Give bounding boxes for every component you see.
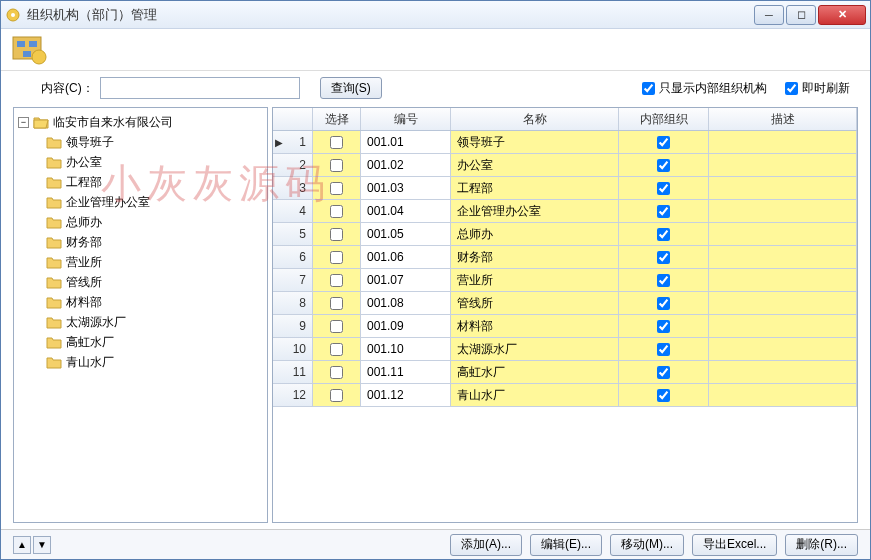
row-org-cell[interactable] — [619, 384, 709, 406]
move-button[interactable]: 移动(M)... — [610, 534, 684, 556]
row-select-checkbox[interactable] — [330, 159, 343, 172]
row-select-checkbox[interactable] — [330, 366, 343, 379]
minimize-button[interactable]: ─ — [754, 5, 784, 25]
row-select-cell[interactable] — [313, 177, 361, 199]
only-internal-checkbox[interactable] — [642, 82, 655, 95]
row-org-checkbox[interactable] — [657, 366, 670, 379]
tree-child-node[interactable]: 企业管理办公室 — [46, 192, 265, 212]
row-org-checkbox[interactable] — [657, 389, 670, 402]
row-org-cell[interactable] — [619, 361, 709, 383]
close-button[interactable]: ✕ — [818, 5, 866, 25]
row-org-cell[interactable] — [619, 177, 709, 199]
row-org-checkbox[interactable] — [657, 320, 670, 333]
row-select-checkbox[interactable] — [330, 320, 343, 333]
row-select-cell[interactable] — [313, 246, 361, 268]
row-select-checkbox[interactable] — [330, 297, 343, 310]
row-org-checkbox[interactable] — [657, 228, 670, 241]
scroll-up-button[interactable]: ▲ — [13, 536, 31, 554]
tree-child-node[interactable]: 营业所 — [46, 252, 265, 272]
table-row[interactable]: 6001.06财务部 — [273, 246, 857, 269]
row-select-checkbox[interactable] — [330, 182, 343, 195]
tree-collapse-icon[interactable]: − — [18, 117, 29, 128]
row-org-checkbox[interactable] — [657, 343, 670, 356]
add-button[interactable]: 添加(A)... — [450, 534, 522, 556]
tree-child-node[interactable]: 总师办 — [46, 212, 265, 232]
row-select-checkbox[interactable] — [330, 389, 343, 402]
tree-panel[interactable]: − 临安市自来水有限公司 领导班子办公室工程部企业管理办公室总师办财务部营业所管… — [13, 107, 268, 523]
table-row[interactable]: 12001.12青山水厂 — [273, 384, 857, 407]
grid-header-id[interactable]: 编号 — [361, 108, 451, 130]
row-org-checkbox[interactable] — [657, 136, 670, 149]
tree-child-label: 高虹水厂 — [66, 334, 114, 351]
tree-child-node[interactable]: 太湖源水厂 — [46, 312, 265, 332]
table-row[interactable]: 9001.09材料部 — [273, 315, 857, 338]
tree-child-node[interactable]: 青山水厂 — [46, 352, 265, 372]
row-org-checkbox[interactable] — [657, 297, 670, 310]
tree-child-node[interactable]: 高虹水厂 — [46, 332, 265, 352]
maximize-button[interactable]: ◻ — [786, 5, 816, 25]
table-row[interactable]: 4001.04企业管理办公室 — [273, 200, 857, 223]
row-org-checkbox[interactable] — [657, 182, 670, 195]
row-select-cell[interactable] — [313, 384, 361, 406]
grid-header-desc[interactable]: 描述 — [709, 108, 857, 130]
row-org-cell[interactable] — [619, 315, 709, 337]
grid-header-name[interactable]: 名称 — [451, 108, 619, 130]
only-internal-checkbox-label[interactable]: 只显示内部组织机构 — [642, 80, 767, 97]
row-org-cell[interactable] — [619, 246, 709, 268]
row-select-cell[interactable] — [313, 131, 361, 153]
grid-body[interactable]: ▶1001.01领导班子2001.02办公室3001.03工程部4001.04企… — [273, 131, 857, 407]
row-org-checkbox[interactable] — [657, 159, 670, 172]
row-org-cell[interactable] — [619, 269, 709, 291]
tree-child-node[interactable]: 材料部 — [46, 292, 265, 312]
row-org-checkbox[interactable] — [657, 274, 670, 287]
table-row[interactable]: 10001.10太湖源水厂 — [273, 338, 857, 361]
row-org-cell[interactable] — [619, 223, 709, 245]
row-org-cell[interactable] — [619, 131, 709, 153]
query-button[interactable]: 查询(S) — [320, 77, 382, 99]
tree-child-node[interactable]: 领导班子 — [46, 132, 265, 152]
row-select-checkbox[interactable] — [330, 251, 343, 264]
row-select-checkbox[interactable] — [330, 136, 343, 149]
table-row[interactable]: 2001.02办公室 — [273, 154, 857, 177]
row-org-checkbox[interactable] — [657, 205, 670, 218]
tree-root-node[interactable]: − 临安市自来水有限公司 — [16, 112, 265, 132]
refresh-checkbox[interactable] — [785, 82, 798, 95]
scroll-down-button[interactable]: ▼ — [33, 536, 51, 554]
row-select-checkbox[interactable] — [330, 274, 343, 287]
table-row[interactable]: 11001.11高虹水厂 — [273, 361, 857, 384]
row-select-cell[interactable] — [313, 361, 361, 383]
row-org-checkbox[interactable] — [657, 251, 670, 264]
row-org-cell[interactable] — [619, 338, 709, 360]
svg-rect-5 — [23, 51, 31, 57]
tree-child-node[interactable]: 管线所 — [46, 272, 265, 292]
tree-child-node[interactable]: 工程部 — [46, 172, 265, 192]
row-select-cell[interactable] — [313, 315, 361, 337]
tree-child-node[interactable]: 财务部 — [46, 232, 265, 252]
row-select-checkbox[interactable] — [330, 343, 343, 356]
table-row[interactable]: 3001.03工程部 — [273, 177, 857, 200]
row-org-cell[interactable] — [619, 154, 709, 176]
row-select-cell[interactable] — [313, 154, 361, 176]
row-select-cell[interactable] — [313, 269, 361, 291]
table-row[interactable]: 5001.05总师办 — [273, 223, 857, 246]
export-button[interactable]: 导出Excel... — [692, 534, 777, 556]
folder-icon — [46, 355, 62, 369]
row-select-cell[interactable] — [313, 338, 361, 360]
table-row[interactable]: 7001.07营业所 — [273, 269, 857, 292]
grid-header-org[interactable]: 内部组织 — [619, 108, 709, 130]
edit-button[interactable]: 编辑(E)... — [530, 534, 602, 556]
search-input[interactable] — [100, 77, 300, 99]
row-org-cell[interactable] — [619, 200, 709, 222]
row-select-cell[interactable] — [313, 223, 361, 245]
row-select-checkbox[interactable] — [330, 205, 343, 218]
row-org-cell[interactable] — [619, 292, 709, 314]
row-select-checkbox[interactable] — [330, 228, 343, 241]
tree-child-node[interactable]: 办公室 — [46, 152, 265, 172]
row-select-cell[interactable] — [313, 200, 361, 222]
delete-button[interactable]: 删除(R)... — [785, 534, 858, 556]
row-select-cell[interactable] — [313, 292, 361, 314]
table-row[interactable]: ▶1001.01领导班子 — [273, 131, 857, 154]
table-row[interactable]: 8001.08管线所 — [273, 292, 857, 315]
grid-header-select[interactable]: 选择 — [313, 108, 361, 130]
refresh-checkbox-label[interactable]: 即时刷新 — [785, 80, 850, 97]
